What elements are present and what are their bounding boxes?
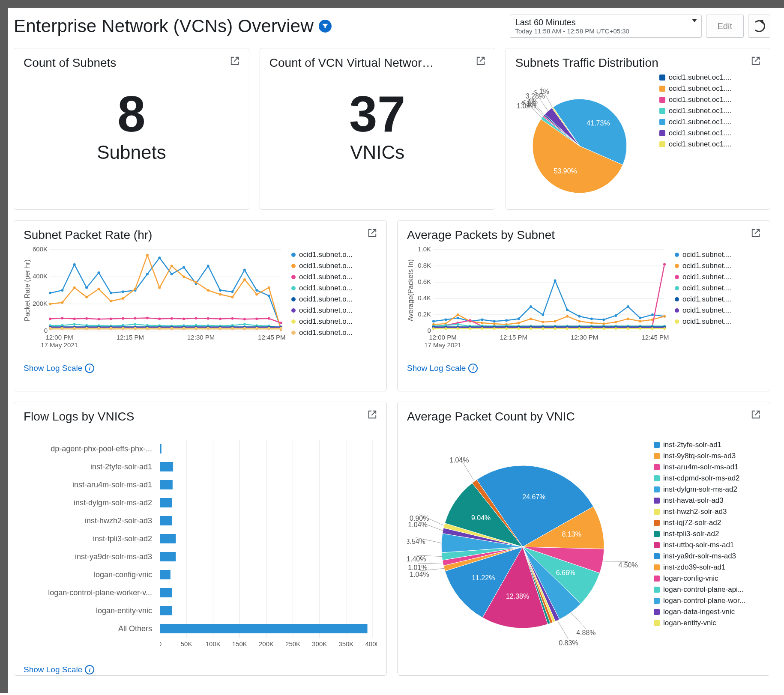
svg-point-48 xyxy=(73,286,76,289)
svg-point-58 xyxy=(195,281,197,283)
svg-point-334 xyxy=(554,327,557,330)
legend-swatch xyxy=(659,86,665,92)
filter-icon[interactable] xyxy=(319,20,332,33)
legend-item[interactable]: ocid1.subnet.... xyxy=(675,251,760,259)
show-log-scale-link[interactable]: Show Log Scale i xyxy=(407,364,478,373)
legend-item[interactable]: ocid1.subnet.o... xyxy=(291,251,377,259)
legend-item[interactable]: inst-2tyfe-solr-ad1 xyxy=(654,441,757,449)
legend-item[interactable]: ocid1.subnet.... xyxy=(675,284,760,292)
time-range-picker[interactable]: Last 60 Minutes Today 11:58 AM - 12:58 P… xyxy=(510,15,702,38)
legend-label: inst-hwzh2-solr-ad3 xyxy=(663,507,727,516)
svg-point-68 xyxy=(73,318,76,320)
popout-icon[interactable] xyxy=(751,410,760,421)
svg-point-217 xyxy=(590,318,593,320)
legend-item[interactable]: inst-zdo39-solr-ad1 xyxy=(654,563,757,572)
legend-swatch xyxy=(654,453,660,459)
svg-text:12:30 PM: 12:30 PM xyxy=(187,334,215,341)
legend-item[interactable]: logan-entity-vnic xyxy=(654,619,757,627)
svg-point-79 xyxy=(207,317,209,320)
legend-item[interactable]: ocid1.subnet.o... xyxy=(291,295,377,304)
svg-point-247 xyxy=(469,319,471,322)
svg-text:1.04%: 1.04% xyxy=(408,521,427,528)
legend-item[interactable]: ocid1.subnet.oc1.... xyxy=(659,129,732,137)
popout-icon[interactable] xyxy=(230,56,239,67)
packet-rate-legend: ocid1.subnet.o...ocid1.subnet.o...ocid1.… xyxy=(291,245,377,358)
svg-point-238 xyxy=(602,322,605,325)
svg-text:12:30 PM: 12:30 PM xyxy=(571,334,598,341)
svg-point-167 xyxy=(61,328,63,330)
legend-swatch xyxy=(675,264,679,268)
popout-icon[interactable] xyxy=(368,228,377,239)
popout-icon[interactable] xyxy=(751,228,760,239)
legend-item[interactable]: inst-aru4m-solr-ms-ad1 xyxy=(654,463,757,471)
legend-item[interactable]: ocid1.subnet.o... xyxy=(291,273,377,281)
legend-item[interactable]: logan-config-vnic xyxy=(654,574,757,583)
legend-label: ocid1.subnet.... xyxy=(682,273,732,281)
legend-item[interactable]: inst-dylgm-solr-ms-ad2 xyxy=(654,485,757,494)
legend-label: ocid1.subnet.oc1.... xyxy=(669,118,732,126)
legend-item[interactable]: ocid1.subnet.o... xyxy=(291,317,377,326)
show-log-scale-link[interactable]: Show Log Scale i xyxy=(24,665,94,674)
svg-point-63 xyxy=(255,293,258,296)
svg-point-184 xyxy=(268,328,270,330)
svg-text:0: 0 xyxy=(428,327,431,334)
legend-item[interactable]: logan-control-plane-wor... xyxy=(654,597,757,605)
legend-swatch xyxy=(654,520,660,526)
bar-label: inst-tpli3-solr-ad2 xyxy=(24,530,152,548)
edit-button[interactable]: Edit xyxy=(706,15,744,38)
popout-icon[interactable] xyxy=(476,56,485,67)
svg-point-35 xyxy=(158,257,161,259)
legend-item[interactable]: ocid1.subnet.... xyxy=(675,317,760,326)
legend-swatch xyxy=(654,464,660,470)
svg-text:6.66%: 6.66% xyxy=(556,569,575,576)
popout-icon[interactable] xyxy=(368,410,377,421)
legend-item[interactable]: inst-ya9dr-solr-ms-ad3 xyxy=(654,552,757,561)
svg-text:350K: 350K xyxy=(338,640,353,647)
legend-item[interactable]: ocid1.subnet.... xyxy=(675,295,760,304)
legend-item[interactable]: ocid1.subnet.oc1.... xyxy=(659,140,732,149)
bar-label: inst-hwzh2-solr-ad3 xyxy=(24,512,152,530)
svg-point-67 xyxy=(61,317,63,319)
svg-point-62 xyxy=(243,278,246,281)
popout-icon[interactable] xyxy=(751,56,760,67)
svg-point-218 xyxy=(602,318,605,321)
legend-item[interactable]: inst-cdpmd-solr-ms-ad2 xyxy=(654,474,757,483)
show-log-scale-link[interactable]: Show Log Scale i xyxy=(24,364,94,373)
legend-item[interactable]: ocid1.subnet.... xyxy=(675,262,760,270)
legend-item[interactable]: ocid1.subnet.oc1.... xyxy=(659,118,732,126)
svg-text:50K: 50K xyxy=(181,640,192,647)
legend-swatch xyxy=(675,253,679,257)
legend-item[interactable]: inst-havat-solr-ad3 xyxy=(654,496,757,505)
svg-text:200K: 200K xyxy=(259,640,274,647)
legend-item[interactable]: ocid1.subnet.o... xyxy=(291,284,377,292)
legend-item[interactable]: ocid1.subnet.o... xyxy=(291,328,377,337)
svg-point-52 xyxy=(122,297,124,300)
time-range-main: Last 60 Minutes xyxy=(515,18,687,27)
legend-item[interactable]: ocid1.subnet.o... xyxy=(291,262,377,270)
legend-item[interactable]: ocid1.subnet.oc1.... xyxy=(659,95,732,104)
legend-item[interactable]: ocid1.subnet.... xyxy=(675,273,760,281)
legend-item[interactable]: ocid1.subnet.... xyxy=(675,306,760,315)
legend-label: inst-aru4m-solr-ms-ad1 xyxy=(663,463,739,471)
legend-item[interactable]: ocid1.subnet.o... xyxy=(291,306,377,315)
legend-item[interactable]: ocid1.subnet.oc1.... xyxy=(659,107,732,115)
svg-point-328 xyxy=(481,327,483,330)
legend-item[interactable]: ocid1.subnet.oc1.... xyxy=(659,73,732,82)
legend-item[interactable]: inst-tpli3-solr-ad2 xyxy=(654,530,757,538)
legend-item[interactable]: ocid1.subnet.oc1.... xyxy=(659,84,732,93)
svg-point-183 xyxy=(255,328,258,330)
legend-item[interactable]: inst-uttbq-solr-ms-ad1 xyxy=(654,541,757,549)
svg-point-175 xyxy=(158,328,161,330)
legend-item[interactable]: inst-hwzh2-solr-ad3 xyxy=(654,507,757,516)
legend-item[interactable]: inst-iqj72-solr-ad2 xyxy=(654,519,757,527)
refresh-button[interactable] xyxy=(748,15,770,38)
legend-item[interactable]: logan-control-plane-api... xyxy=(654,585,757,594)
svg-point-177 xyxy=(183,328,185,330)
legend-swatch xyxy=(654,442,660,448)
legend-item[interactable]: logan-data-ingest-vnic xyxy=(654,608,757,616)
legend-item[interactable]: inst-9y8tq-solr-ms-ad3 xyxy=(654,452,757,460)
svg-point-47 xyxy=(61,301,63,304)
legend-label: inst-2tyfe-solr-ad1 xyxy=(663,441,721,449)
svg-text:0.4K: 0.4K xyxy=(418,294,431,301)
svg-point-84 xyxy=(268,317,270,320)
